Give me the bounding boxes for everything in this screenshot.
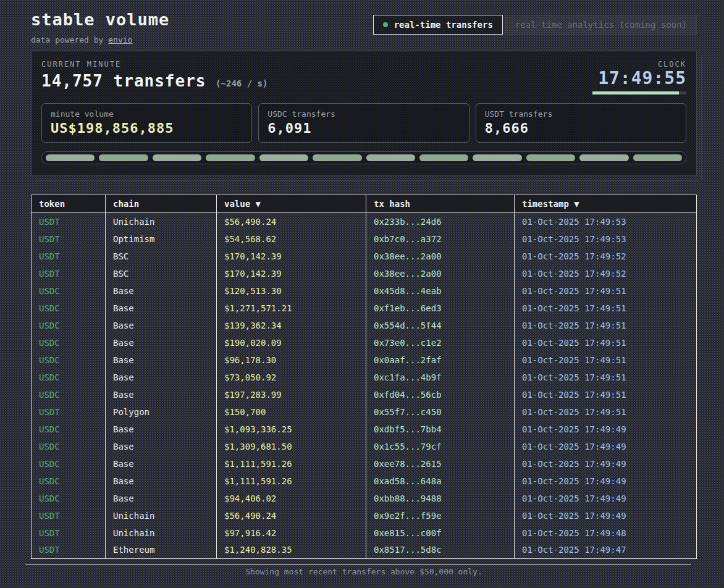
tabs: real-time transfers real-time analytics … [373,15,697,35]
cell-token: USDC [32,472,106,490]
transfer-row: USDCBase$139,362.340x554d...5f4401-Oct-2… [32,317,697,334]
subtitle-prefix: data powered by [31,35,108,44]
transfer-row: USDCBase$1,111,591.260xad58...648a01-Oct… [32,472,697,490]
stat-usdc-transfers: USDC transfers 6,091 [258,103,469,143]
cell-timestamp: 01-Oct-2025 17:49:49 [515,455,697,472]
transfer-row: USDCBase$94,406.020xbb88...948801-Oct-20… [32,490,697,507]
cell-tx_hash[interactable]: 0xdbf5...7bb4 [366,421,515,438]
cell-tx_hash[interactable]: 0x45d8...4eab [366,282,515,300]
cell-token: USDT [32,248,106,265]
cell-timestamp: 01-Oct-2025 17:49:51 [515,369,697,386]
column-header-timestamp[interactable]: timestamp ▼ [515,195,697,213]
cell-token: USDT [32,265,106,282]
stats-row: minute volume US$198,856,885 USDC transf… [41,103,686,143]
cell-tx_hash[interactable]: 0xbb88...9488 [366,490,515,507]
cell-value: $56,490.24 [217,507,366,524]
column-header-chain[interactable]: chain [106,195,217,213]
cell-value: $150,700 [217,403,366,421]
cell-tx_hash[interactable]: 0x1c55...79cf [366,438,515,455]
cell-chain: Base [106,490,217,507]
cell-tx_hash[interactable]: 0x554d...5f44 [366,317,515,334]
cell-chain: Unichain [106,213,217,230]
transfer-row: USDTUnichain$97,916.420xe815...c00f01-Oc… [32,524,697,542]
transfer-row: USDTBSC$170,142.390x38ee...2a0001-Oct-20… [32,248,697,265]
cell-tx_hash[interactable]: 0x233b...24d6 [366,213,515,230]
transfer-row: USDCBase$197,283.990xfd04...56cb01-Oct-2… [32,386,697,403]
cell-token: USDC [32,455,106,472]
current-minute-block: CURRENT MINUTE 14,757 transfers (~246 / … [41,60,267,90]
cell-chain: BSC [106,248,217,265]
cell-timestamp: 01-Oct-2025 17:49:52 [515,248,697,265]
cell-tx_hash[interactable]: 0xfd04...56cb [366,386,515,403]
tab-real-time-transfers[interactable]: real-time transfers [373,15,503,35]
cell-chain: Base [106,334,217,351]
clock-time: 17:49:55 [592,69,686,88]
cell-value: $96,178.30 [217,351,366,369]
cell-timestamp: 01-Oct-2025 17:49:49 [515,507,697,524]
cell-tx_hash[interactable]: 0x0aaf...2faf [366,351,515,369]
cell-token: USDC [32,351,106,369]
cell-chain: Base [106,300,217,317]
cell-value: $1,271,571.21 [217,300,366,317]
cell-tx_hash[interactable]: 0x9e2f...f59e [366,507,515,524]
envio-link[interactable]: envio [108,35,132,44]
cell-token: USDT [32,213,106,230]
minute-progress-segment [99,154,148,161]
cell-tx_hash[interactable]: 0xe815...c00f [366,524,515,542]
cell-value: $56,490.24 [217,213,366,230]
minute-progress-segment [526,154,575,161]
cell-value: $1,093,336.25 [217,421,366,438]
tab-real-time-analytics[interactable]: real-time analytics (coming soon) [505,15,697,35]
cell-chain: Optimism [106,230,217,248]
cell-timestamp: 01-Oct-2025 17:49:48 [515,524,697,542]
cell-value: $120,513.30 [217,282,366,300]
transfer-count-line: 14,757 transfers (~246 / s) [41,72,267,90]
cell-token: USDC [32,300,106,317]
subtitle: data powered by envio [31,35,169,44]
cell-value: $170,142.39 [217,265,366,282]
cell-tx_hash[interactable]: 0xad58...648a [366,472,515,490]
transfer-row: USDTEthereum$1,240,828.350x8517...5d8c01… [32,542,697,559]
cell-token: USDC [32,386,106,403]
cell-value: $73,050.92 [217,369,366,386]
cell-value: $139,362.34 [217,317,366,334]
column-header-value[interactable]: value ▼ [217,195,366,213]
cell-timestamp: 01-Oct-2025 17:49:49 [515,472,697,490]
cell-tx_hash[interactable]: 0x73e0...c1e2 [366,334,515,351]
cell-tx_hash[interactable]: 0xf1eb...6ed3 [366,300,515,317]
cell-token: USDT [32,230,106,248]
cell-token: USDT [32,524,106,542]
minute-progress-segment [153,154,201,161]
cell-tx_hash[interactable]: 0xee78...2615 [366,455,515,472]
cell-tx_hash[interactable]: 0xb7c0...a372 [366,230,515,248]
cell-token: USDC [32,438,106,455]
cell-value: $1,111,591.26 [217,472,366,490]
cell-value: $94,406.02 [217,490,366,507]
cell-chain: Unichain [106,507,217,524]
cell-tx_hash[interactable]: 0x55f7...c450 [366,403,515,421]
minute-progress-segment [46,154,95,161]
panel-header-row: CURRENT MINUTE 14,757 transfers (~246 / … [41,60,686,94]
page: stable volume data powered by envio real… [0,0,724,576]
cell-tx_hash[interactable]: 0xc1fa...4b9f [366,369,515,386]
current-minute-label: CURRENT MINUTE [41,60,267,69]
column-header-tx_hash: tx hash [366,195,515,213]
cell-value: $190,020.09 [217,334,366,351]
cell-timestamp: 01-Oct-2025 17:49:51 [515,386,697,403]
stat-label: USDC transfers [267,109,460,119]
cell-tx_hash[interactable]: 0x38ee...2a00 [366,248,515,265]
cell-value: $1,309,681.50 [217,438,366,455]
transfer-row: USDTUnichain$56,490.240x233b...24d601-Oc… [32,213,697,230]
cell-timestamp: 01-Oct-2025 17:49:53 [515,213,697,230]
cell-tx_hash[interactable]: 0x8517...5d8c [366,542,515,559]
cell-value: $170,142.39 [217,248,366,265]
minute-progress-segment [473,154,521,161]
stat-value: 8,666 [485,120,677,136]
cell-chain: Base [106,386,217,403]
cell-chain: Base [106,438,217,455]
cell-timestamp: 01-Oct-2025 17:49:47 [515,542,697,559]
cell-tx_hash[interactable]: 0x38ee...2a00 [366,265,515,282]
transfer-row: USDTOptimism$54,568.620xb7c0...a37201-Oc… [32,230,697,248]
cell-chain: Base [106,421,217,438]
transfer-row: USDCBase$190,020.090x73e0...c1e201-Oct-2… [32,334,697,351]
